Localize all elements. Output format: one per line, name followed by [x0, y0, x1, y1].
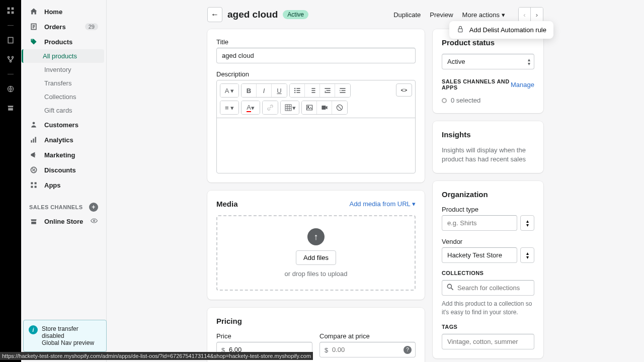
- dropdown-item[interactable]: Add Delist Automation rule: [469, 26, 546, 34]
- globe-icon[interactable]: [6, 84, 15, 94]
- media-card: Media Add media from URL ▾ ↑ Add files o…: [207, 191, 425, 300]
- app-rail: [0, 0, 21, 362]
- nav-label: Products: [44, 38, 72, 46]
- compare-price-input[interactable]: [319, 342, 416, 357]
- italic-button[interactable]: I: [257, 84, 272, 97]
- number-list-button[interactable]: [305, 84, 320, 97]
- svg-point-10: [33, 122, 35, 124]
- svg-point-24: [294, 90, 295, 91]
- svg-rect-36: [340, 92, 345, 93]
- subnav-gift-cards[interactable]: Gift cards: [23, 104, 104, 117]
- insights-heading: Insights: [442, 130, 534, 139]
- status-select[interactable]: [442, 54, 534, 69]
- info-toast: i Store transfer disabled Global Nav pre…: [23, 320, 107, 352]
- nav-label: Discounts: [44, 166, 76, 174]
- svg-rect-2: [8, 12, 10, 14]
- svg-rect-18: [35, 186, 37, 188]
- orders-icon: [29, 22, 38, 31]
- link-button[interactable]: [263, 101, 278, 114]
- table-button[interactable]: ▾: [281, 101, 299, 114]
- underline-button[interactable]: U: [272, 84, 287, 97]
- media-dropzone[interactable]: ↑ Add files or drop files to upload: [216, 215, 416, 291]
- nav-apps[interactable]: Apps: [23, 177, 104, 193]
- channels-label: SALES CHANNELS AND APPS: [442, 78, 511, 90]
- product-type-input[interactable]: [442, 215, 517, 231]
- more-label: More actions: [462, 11, 500, 19]
- nav-label: Marketing: [44, 151, 75, 159]
- subnav-inventory[interactable]: Inventory: [23, 63, 104, 76]
- nav-online-store[interactable]: Online Store: [23, 214, 104, 229]
- desc-label: Description: [216, 70, 416, 78]
- svg-rect-38: [306, 105, 312, 110]
- vendor-input[interactable]: [442, 247, 517, 263]
- nav-marketing[interactable]: Marketing: [23, 147, 104, 162]
- nav-analytics[interactable]: Analytics: [23, 132, 104, 147]
- svg-rect-23: [296, 88, 300, 89]
- store-icon: [29, 217, 38, 226]
- nav-label: Home: [44, 8, 62, 16]
- title-input[interactable]: [216, 48, 416, 63]
- eye-icon[interactable]: [90, 217, 98, 226]
- svg-rect-16: [35, 182, 37, 184]
- nav-discounts[interactable]: Discounts: [23, 162, 104, 177]
- svg-point-22: [294, 88, 295, 89]
- collections-label: COLLECTIONS: [442, 270, 534, 276]
- grid-icon[interactable]: [6, 6, 15, 15]
- nav-home[interactable]: Home: [23, 4, 104, 19]
- svg-rect-15: [31, 182, 33, 184]
- image-button[interactable]: [302, 101, 317, 114]
- back-button[interactable]: ←: [207, 7, 222, 22]
- clear-format-button[interactable]: [332, 101, 347, 114]
- organization-card: Organization Product type ▴▾ Vendor ▴▾: [433, 181, 543, 358]
- bold-button[interactable]: B: [242, 84, 257, 97]
- subnav-collections[interactable]: Collections: [23, 90, 104, 104]
- bullet-list-button[interactable]: [290, 84, 305, 97]
- channels-selected: 0 selected: [442, 97, 534, 104]
- more-actions-button[interactable]: More actions ▾: [462, 11, 505, 19]
- nav-customers[interactable]: Customers: [23, 117, 104, 132]
- duplicate-button[interactable]: Duplicate: [393, 11, 421, 19]
- doc-icon[interactable]: [6, 36, 15, 45]
- color-button[interactable]: A ▾: [242, 101, 260, 114]
- align-button[interactable]: ≡ ▾: [220, 101, 238, 114]
- add-channel-button[interactable]: +: [89, 203, 98, 212]
- code-view-button[interactable]: <>: [396, 83, 412, 97]
- vendor-browse-button[interactable]: ▴▾: [520, 247, 534, 263]
- collections-search-input[interactable]: [442, 280, 534, 296]
- add-files-button[interactable]: Add files: [296, 250, 336, 265]
- subnav-label: Gift cards: [44, 107, 72, 114]
- indent-button[interactable]: [335, 84, 350, 97]
- help-icon[interactable]: ?: [404, 346, 412, 354]
- nav-products[interactable]: Products: [23, 34, 104, 49]
- insights-text: Insights will display when the product h…: [442, 146, 534, 164]
- subnav-all-products[interactable]: All products: [22, 49, 104, 63]
- subnav-label: Inventory: [44, 66, 71, 73]
- status-badge: Active: [283, 10, 308, 19]
- person-icon: [29, 120, 38, 129]
- preview-button[interactable]: Preview: [430, 11, 453, 19]
- nav-label: Apps: [44, 182, 61, 189]
- next-button[interactable]: ›: [531, 8, 543, 22]
- info-icon: i: [29, 325, 38, 334]
- add-media-url-button[interactable]: Add media from URL ▾: [349, 200, 416, 208]
- prev-button[interactable]: ‹: [519, 8, 531, 22]
- description-editor[interactable]: [217, 118, 415, 173]
- store-icon[interactable]: [6, 104, 15, 113]
- orders-badge: 29: [85, 23, 98, 30]
- nav-orders[interactable]: Orders29: [23, 19, 104, 34]
- currency-symbol: $: [325, 346, 328, 353]
- nav-label: Analytics: [44, 136, 73, 144]
- nav-label: Customers: [44, 121, 78, 129]
- manage-channels-button[interactable]: Manage: [511, 81, 534, 88]
- caret-down-icon: ▾: [502, 11, 505, 19]
- branch-icon[interactable]: [6, 55, 15, 64]
- video-button[interactable]: [317, 101, 332, 114]
- subnav-transfers[interactable]: Transfers: [23, 76, 104, 90]
- tags-input[interactable]: [442, 334, 534, 349]
- drop-text: or drop files to upload: [284, 270, 347, 278]
- outdent-button[interactable]: [320, 84, 335, 97]
- svg-rect-12: [33, 139, 34, 143]
- type-browse-button[interactable]: ▴▾: [520, 215, 534, 231]
- divider: [8, 74, 14, 74]
- heading-button[interactable]: A ▾: [220, 84, 238, 97]
